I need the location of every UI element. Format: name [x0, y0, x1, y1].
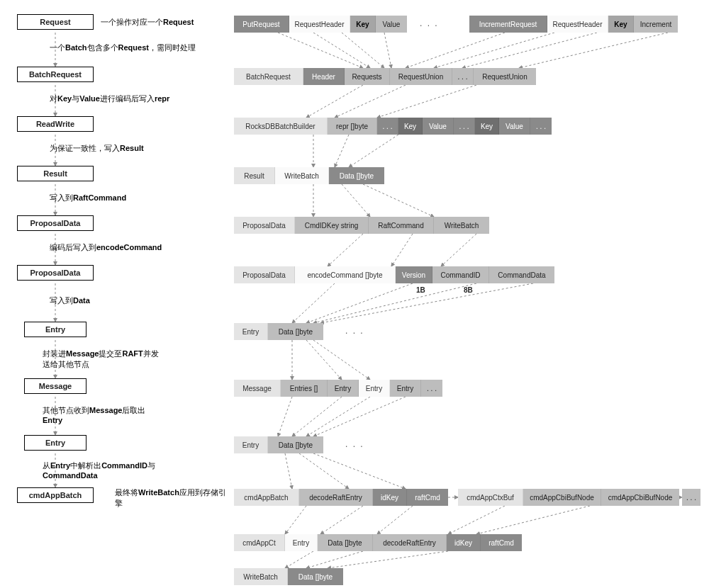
field-rocks-5: . . .	[454, 118, 475, 135]
stage-batchrequest: BatchRequest	[17, 67, 94, 82]
field-cmdbatch3-0: . . .	[682, 489, 700, 506]
field-msg-3: Entry	[359, 380, 390, 397]
svg-line-25	[363, 184, 434, 217]
stage-cmdappbatch: cmdAppBatch	[17, 487, 94, 503]
svg-line-16	[519, 33, 668, 68]
field-rocks-7: Value	[499, 118, 530, 135]
svg-line-22	[349, 135, 398, 167]
svg-line-44	[320, 506, 363, 534]
field-rocks-1: repr []byte	[328, 118, 377, 135]
field-increq-3: Increment	[634, 16, 678, 33]
svg-line-24	[342, 184, 370, 217]
field-prop2-4: CommandData	[489, 266, 554, 283]
field-prop2-3: CommandID	[432, 266, 489, 283]
svg-line-43	[285, 506, 306, 534]
field-entry2-1: Data []byte	[268, 436, 323, 453]
struct-increq: IncrementRequestRequestHeaderKeyIncremen…	[469, 16, 678, 33]
svg-line-21	[335, 135, 349, 167]
field-prop2-1: encodeCommand []byte	[295, 266, 396, 283]
field-increq-0: IncrementRequest	[469, 16, 547, 33]
step-label-4: 写入到RaftCommand	[50, 193, 126, 203]
field-increq-2: Key	[608, 16, 634, 33]
stage-request: Request	[17, 14, 94, 30]
svg-line-19	[377, 85, 476, 118]
field-entry1-0: Entry	[234, 323, 268, 340]
struct-msg: MessageEntries []EntryEntryEntry. . .	[234, 380, 442, 397]
stage-entry1: Entry	[24, 322, 86, 337]
field-msg-4: Entry	[390, 380, 421, 397]
field-cmdbatch2-0: cmdAppCtxBuf	[458, 489, 523, 506]
struct-prop2: ProposalDataencodeCommand []byteVersionC…	[234, 266, 554, 283]
step-label-0: 一个操作对应一个Request	[101, 17, 194, 28]
field-putreq-2: Key	[350, 16, 376, 33]
svg-line-38	[306, 397, 370, 436]
svg-line-31	[313, 283, 476, 323]
step-label-6: 写入到Data	[50, 295, 90, 306]
field-cmdbatch2-2: cmdAppCbiBufNode	[601, 489, 679, 506]
field-rocks-3: Key	[398, 118, 423, 135]
struct-rocks: RocksDBBatchBuilderrepr []byte. . .KeyVa…	[234, 118, 552, 135]
struct-cmdbatch3: . . .	[682, 489, 700, 506]
field-ctx-4: idKey	[447, 534, 481, 551]
field-ctx-0: cmdAppCt	[234, 534, 285, 551]
field-putreq-1: RequestHeader	[289, 16, 350, 33]
stage-entry2: Entry	[24, 435, 86, 451]
stage-message: Message	[24, 378, 86, 394]
field-cmdbatch1-1: decodeRaftEntry	[299, 489, 373, 506]
svg-line-42	[313, 453, 406, 489]
svg-line-30	[306, 283, 413, 323]
ellipsis-2: . . .	[345, 439, 364, 449]
struct-ctx: cmdAppCtEntryData []bytedecodeRaftEntryi…	[234, 534, 522, 551]
field-batch-1: Header	[303, 68, 345, 85]
field-prop2-0: ProposalData	[234, 266, 295, 283]
svg-line-45	[377, 506, 413, 534]
anno-0: 1B	[416, 286, 425, 294]
stage-proposaldata2: ProposalData	[17, 265, 94, 281]
stage-proposaldata1: ProposalData	[17, 215, 94, 231]
field-entry1-1: Data []byte	[268, 323, 323, 340]
svg-line-36	[278, 397, 292, 436]
step-label-8: 其他节点收到Message后取出Entry	[43, 405, 145, 424]
stage-readwrite: ReadWrite	[17, 116, 94, 132]
field-cmdbatch1-2: idKey	[373, 489, 407, 506]
struct-cmdbatch2: cmdAppCtxBufcmdAppCbiBufNodecmdAppCbiBuf…	[458, 489, 679, 506]
field-msg-1: Entries []	[281, 380, 328, 397]
svg-line-46	[448, 506, 505, 534]
step-label-3: 为保证一致性，写入Result	[50, 143, 144, 154]
struct-result: ResultWriteBatchData []byte	[234, 167, 384, 184]
svg-line-41	[299, 453, 349, 489]
field-result-1: WriteBatch	[275, 167, 329, 184]
field-result-0: Result	[234, 167, 275, 184]
field-msg-0: Message	[234, 380, 281, 397]
field-rocks-2: . . .	[377, 118, 398, 135]
svg-line-13	[406, 33, 505, 68]
svg-line-17	[306, 85, 363, 118]
field-cmdbatch1-3: raftCmd	[407, 489, 448, 506]
field-wb-0: WriteBatch	[234, 568, 288, 585]
field-putreq-0: PutRequest	[234, 16, 289, 33]
anno-1: 8B	[464, 286, 473, 294]
field-msg-2: Entry	[328, 380, 359, 397]
field-prop1-1: CmdIDKey string	[295, 217, 369, 234]
field-ctx-3: decodeRaftEntry	[373, 534, 447, 551]
struct-wb: WriteBatchData []byte	[234, 568, 343, 585]
step-label-1: 一个Batch包含多个Request，需同时处理	[50, 43, 196, 53]
svg-line-49	[306, 551, 363, 568]
struct-putreq: PutRequestRequestHeaderKeyValue	[234, 16, 407, 33]
step-label-10: 最终将WriteBatch应用到存储引擎	[115, 487, 226, 509]
struct-entry2: EntryData []byte	[234, 436, 323, 453]
field-ctx-1: Entry	[285, 534, 318, 551]
svg-line-39	[313, 397, 406, 436]
field-batch-5: RequestUnion	[474, 68, 536, 85]
field-rocks-4: Value	[423, 118, 454, 135]
field-batch-3: RequestUnion	[390, 68, 452, 85]
field-prop1-2: RaftCommand	[369, 217, 434, 234]
field-rocks-0: RocksDBBatchBuilder	[234, 118, 328, 135]
svg-line-15	[462, 33, 597, 68]
svg-line-47	[476, 506, 590, 534]
step-label-9: 从Entry中解析出CommandID与CommandData	[43, 460, 155, 480]
svg-line-18	[335, 85, 406, 118]
struct-batch: BatchRequestHeaderRequestsRequestUnion. …	[234, 68, 536, 85]
field-batch-4: . . .	[452, 68, 474, 85]
field-increq-1: RequestHeader	[547, 16, 608, 33]
